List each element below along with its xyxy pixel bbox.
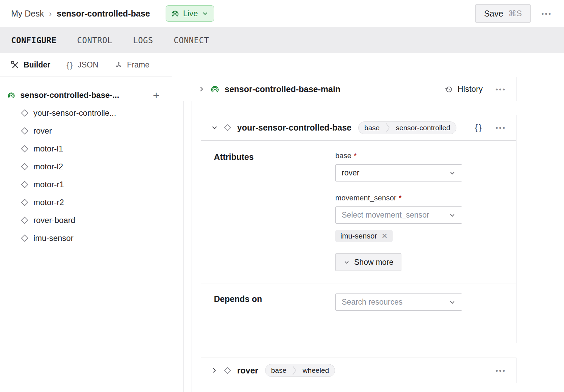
mode-json[interactable]: {} JSON [66, 60, 98, 70]
attributes-heading: Attributes [214, 151, 335, 271]
part-card-title: sensor-controlled-base-main [225, 84, 340, 94]
frame-axes-icon [115, 61, 123, 69]
show-more-label: Show more [354, 258, 393, 267]
add-resource-button[interactable]: + [153, 89, 160, 101]
component-diamond-icon [20, 144, 29, 153]
app-window: My Desk › sensor-controlled-base Live S [0, 0, 564, 392]
tree-item-label: your-sensor-controlle... [33, 108, 116, 118]
attributes-section: Attributes base * rover [201, 141, 516, 271]
component-card-overflow-menu-icon[interactable]: ••• [496, 124, 506, 131]
chip-remove-icon[interactable]: ✕ [382, 232, 388, 241]
depends-on-select[interactable]: Search resources [335, 293, 462, 311]
header-overflow-menu-icon[interactable]: ••• [541, 10, 552, 17]
live-status-label: Live [183, 9, 198, 18]
tab-logs[interactable]: LOGS [133, 36, 153, 45]
tree-item-label: motor-r2 [33, 198, 64, 207]
component-diamond-icon [223, 366, 232, 375]
component-diamond-icon [20, 127, 29, 135]
component-diamond-icon [20, 180, 29, 189]
badge-model: wheeled [297, 366, 335, 374]
required-marker: * [354, 151, 357, 160]
component-diamond-icon [20, 162, 29, 171]
required-marker: * [399, 194, 402, 202]
chevron-right-icon[interactable] [198, 86, 205, 92]
tree-item-your-sensor-controlled-base[interactable]: your-sensor-controlle... [0, 104, 172, 122]
depends-on-section: Depends on Search resources [201, 283, 516, 343]
history-button-label: History [457, 84, 483, 94]
chevron-right-icon[interactable] [211, 367, 218, 374]
top-header: My Desk › sensor-controlled-base Live S [0, 0, 564, 27]
depends-on-heading: Depends on [214, 293, 335, 311]
badge-model: sensor-controlled [390, 124, 456, 132]
tree-item-label: motor-l2 [33, 162, 63, 171]
breadcrumb-separator-icon: › [49, 8, 52, 19]
tab-configure[interactable]: CONFIGURE [11, 36, 57, 45]
tree-item-motor-r1[interactable]: motor-r1 [0, 175, 172, 193]
component-card-rover: rover base wheeled ••• [201, 358, 516, 383]
rover-card-title: rover [237, 366, 258, 375]
tree-root-label: sensor-controlled-base-... [20, 90, 119, 100]
tree-item-imu-sensor[interactable]: imu-sensor [0, 229, 172, 247]
chevron-down-icon[interactable] [211, 124, 218, 131]
chevron-down-icon [449, 212, 456, 219]
badge-divider-chevron-icon [386, 121, 390, 134]
tree-item-label: rover [33, 126, 52, 136]
view-mode-switcher: Builder {} JSON Frame [0, 53, 172, 77]
chevron-down-icon [202, 10, 208, 17]
component-card-sensor-controlled-base: your-sensor-controlled-base base sensor-… [201, 115, 516, 343]
rover-card-overflow-menu-icon[interactable]: ••• [496, 367, 506, 374]
live-status-dropdown[interactable]: Live [166, 5, 214, 22]
movement-sensor-placeholder: Select movement_sensor [342, 211, 429, 220]
component-diamond-icon [20, 109, 29, 117]
movement-sensor-field-label: movement_sensor [335, 194, 396, 202]
broadcast-icon [210, 85, 219, 93]
tree-item-motor-r2[interactable]: motor-r2 [0, 193, 172, 211]
braces-icon: {} [66, 60, 73, 70]
tree-item-label: motor-r1 [33, 180, 64, 189]
chevron-down-icon [449, 299, 456, 306]
config-main-panel: sensor-controlled-base-main History [172, 53, 564, 392]
base-field-label: base [335, 151, 351, 160]
mode-builder-label: Builder [24, 60, 50, 69]
part-card: sensor-controlled-base-main History [188, 77, 516, 101]
component-card-title: your-sensor-controlled-base [237, 123, 351, 133]
base-select[interactable]: rover [335, 164, 462, 181]
mode-json-label: JSON [78, 60, 98, 69]
tree-item-label: rover-board [33, 216, 75, 225]
tab-control[interactable]: CONTROL [77, 36, 113, 45]
tree-root-part[interactable]: sensor-controlled-base-... + [0, 86, 172, 104]
resource-tree: sensor-controlled-base-... + your-sensor… [0, 77, 172, 247]
base-select-value: rover [342, 168, 359, 177]
part-card-overflow-menu-icon[interactable]: ••• [496, 86, 506, 93]
mode-frame-label: Frame [127, 60, 149, 69]
broadcast-icon [7, 91, 15, 99]
breadcrumb-parent[interactable]: My Desk [11, 9, 44, 19]
config-sidebar: Builder {} JSON Frame [0, 53, 172, 392]
mode-frame[interactable]: Frame [115, 60, 149, 69]
save-button[interactable]: Save ⌘S [475, 4, 531, 23]
page-tabs: CONFIGURE CONTROL LOGS CONNECT [0, 27, 564, 53]
component-type-badge: base sensor-controlled [358, 121, 456, 134]
show-more-button[interactable]: Show more [335, 253, 401, 271]
component-diamond-icon [20, 216, 29, 225]
history-button[interactable]: History [445, 84, 483, 94]
badge-type: base [359, 124, 386, 132]
movement-sensor-field: movement_sensor * Select movement_sensor [335, 194, 462, 242]
tree-item-motor-l2[interactable]: motor-l2 [0, 158, 172, 175]
badge-divider-chevron-icon [292, 364, 297, 377]
chevron-down-icon [449, 170, 456, 176]
tree-item-motor-l1[interactable]: motor-l1 [0, 140, 172, 158]
component-diamond-icon [223, 123, 232, 132]
tools-icon [11, 61, 19, 69]
tree-item-label: imu-sensor [33, 233, 74, 243]
history-clock-icon [445, 85, 453, 93]
tree-item-rover-board[interactable]: rover-board [0, 211, 172, 229]
tree-item-rover[interactable]: rover [0, 122, 172, 140]
edit-json-icon[interactable]: {} [475, 122, 483, 133]
mode-builder[interactable]: Builder [11, 60, 50, 69]
tab-connect[interactable]: CONNECT [174, 36, 209, 45]
chip-label: imu-sensor [340, 232, 377, 241]
movement-sensor-select[interactable]: Select movement_sensor [335, 206, 462, 224]
tree-item-label: motor-l1 [33, 144, 63, 153]
depends-on-placeholder: Search resources [342, 298, 402, 307]
